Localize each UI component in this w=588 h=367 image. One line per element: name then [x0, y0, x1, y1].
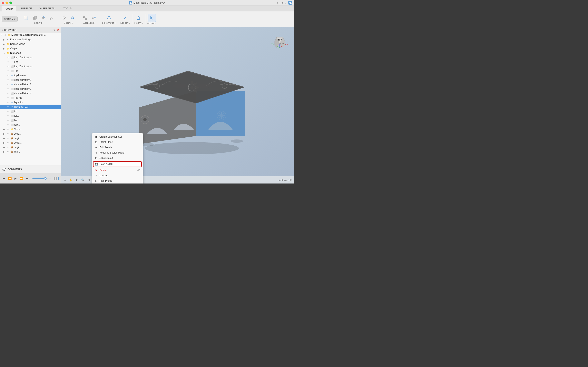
revolve-button[interactable]: [39, 14, 47, 22]
sidebar-collapse-btn[interactable]: ◀: [2, 29, 3, 31]
tree-leg2-body[interactable]: ▶ 👁 📦 Leg2:...: [0, 136, 61, 141]
tab-sheet-metal[interactable]: SHEET METAL: [35, 6, 60, 11]
tab-surface[interactable]: SURFACE: [17, 6, 35, 11]
tree-circ2[interactable]: 👁 ✏ circularPattern2: [0, 82, 61, 87]
minimize-button[interactable]: [6, 1, 8, 4]
tree-origin[interactable]: ▶ 📁 Origin: [0, 46, 61, 51]
tree-leg2contruction[interactable]: 👁 ⬜ Leg2Contruction: [0, 64, 61, 69]
tl-item-2: [56, 177, 57, 180]
timeline-track: [33, 178, 51, 179]
timeline-start-btn[interactable]: ⏮: [2, 176, 6, 181]
tabs-strip: SOLID SURFACE SHEET METAL TOOLS: [0, 6, 294, 11]
tree-toppattern[interactable]: 👁 ✏ topPattern: [0, 73, 61, 78]
ctx-look-at[interactable]: 👁 Look At: [92, 173, 143, 178]
ctx-redefine[interactable]: ◈ Redefine Sketch Plane: [92, 150, 143, 155]
add-window-button[interactable]: ＋: [276, 1, 279, 5]
sweep-button[interactable]: [48, 14, 56, 22]
insert-btn[interactable]: [135, 14, 143, 22]
timeline-panel: ⏮ ⏪ ▶ ⏩ ⏭: [0, 173, 61, 184]
fillet-button[interactable]: [60, 14, 68, 22]
new-sketch-button[interactable]: [22, 14, 30, 22]
ctx-redefine-label: Redefine Sketch Plane: [99, 151, 124, 154]
cons-eye: 👁: [6, 128, 9, 131]
home-btn[interactable]: ⌂: [63, 178, 67, 182]
ctx-offset-plane-label: Offset Plane: [99, 141, 113, 143]
tree-top-body[interactable]: ▶ 👁 📦 Top:1: [0, 150, 61, 154]
svg-rect-18: [137, 17, 140, 20]
tree-top2[interactable]: 👁 ⬜ top...: [0, 123, 61, 127]
ctx-delete[interactable]: ✕ Delete ⌫: [92, 167, 143, 173]
timeline-handle[interactable]: [44, 177, 47, 180]
tree-named-views[interactable]: ▶ 📁 Named Views: [0, 42, 61, 46]
inspect-btn[interactable]: [121, 14, 129, 22]
tree-cons[interactable]: ▶ 👁 📁 Cons...: [0, 127, 61, 132]
tree-ba[interactable]: 👁 ⬜ ba...: [0, 118, 61, 123]
root-play-btn[interactable]: ▶: [44, 34, 46, 36]
design-dropdown[interactable]: DESIGN ▾: [2, 17, 17, 22]
orbit-btn[interactable]: ↻: [74, 178, 79, 182]
tree-leg1-body[interactable]: ▶ 👁 📦 Leg1...: [0, 132, 61, 136]
navigation-cube[interactable]: X Y Z TOP FRONT: [269, 31, 290, 52]
ctx-save-dxf[interactable]: 💾 Save As DXF: [93, 161, 142, 167]
ba-label: ba...: [14, 119, 19, 122]
sidebar-options-btn[interactable]: ⚙: [53, 29, 56, 31]
rightleg-label: rightLeg_DXF: [14, 105, 29, 108]
help-button[interactable]: ?: [285, 1, 286, 4]
timeline-prev-btn[interactable]: ⏪: [7, 176, 12, 181]
timeline-end-btn[interactable]: ⏭: [25, 176, 30, 181]
tree-legsfits[interactable]: 👁 ✏ legs fits: [0, 100, 61, 105]
tree-fro[interactable]: 👁 ⬜ fro...: [0, 109, 61, 114]
extrude-button[interactable]: [30, 14, 39, 22]
circ1-label: circularPattern1: [14, 78, 31, 81]
separator-3: [79, 14, 79, 24]
assemble-group: ASSEMBLE ▾: [81, 14, 98, 24]
assemble-btn2[interactable]: [90, 14, 98, 22]
tree-leg4-body[interactable]: ▶ 👁 📦 Leg4:...: [0, 145, 61, 150]
tree-doc-settings[interactable]: ▶ ⚙ Document Settings: [0, 37, 61, 42]
tree-topfits[interactable]: 👁 ⬜ Top fits: [0, 96, 61, 100]
assemble-btn1[interactable]: [81, 14, 89, 22]
leg1c-label: Leg1Contruction: [14, 56, 32, 59]
tree-circ1[interactable]: 👁 ⬜ circularPattern1: [0, 78, 61, 82]
tree-circ4[interactable]: 👁 ⬜ circularPattern4: [0, 91, 61, 96]
ctx-hide-profile[interactable]: ◎ Hide Profile: [92, 178, 143, 184]
fit-btn[interactable]: ⊞: [86, 178, 91, 182]
ctx-slice[interactable]: ⊟ Slice Sketch: [92, 155, 143, 161]
pan-btn[interactable]: ✋: [68, 178, 73, 182]
fx-button[interactable]: fx: [69, 14, 77, 22]
tree-top[interactable]: 👁 ⬜ Top: [0, 69, 61, 73]
leg2c-icon: ⬜: [11, 65, 14, 68]
tree-root[interactable]: ▼ 👁 📁 Metal Table CNC Plasma v8 ▶: [0, 33, 61, 37]
zoom-btn[interactable]: 🔍: [80, 178, 86, 182]
timeline-items: [54, 177, 60, 180]
timeline-play-btn[interactable]: ▶: [14, 176, 17, 181]
tree-circ3[interactable]: 👁 ⬜ circularPattern3: [0, 87, 61, 91]
tree-leg1[interactable]: 👁 ✏ Leg1: [0, 60, 61, 64]
circ3-icon: ⬜: [11, 87, 14, 91]
construct-btn1[interactable]: [105, 14, 113, 22]
ctx-edit-sketch[interactable]: ✏ Edit Sketch: [92, 145, 143, 150]
ctx-offset-plane[interactable]: ◫ Offset Plane: [92, 140, 143, 145]
svg-point-6: [42, 17, 44, 19]
tree-rightleg-dxf[interactable]: 👁 ✏ rightLeg_DXF: [0, 105, 61, 109]
tree-leg3-body[interactable]: ▶ 👁 📦 Leg3:...: [0, 141, 61, 145]
cast-button[interactable]: ⊙: [281, 1, 283, 4]
select-btn[interactable]: [148, 14, 156, 22]
select-label: SELECT ▾: [147, 22, 156, 24]
maximize-button[interactable]: [9, 1, 12, 4]
viewport-label: rightLeg_DXF: [278, 179, 292, 181]
tree-leg1contruction[interactable]: 👁 ⬜ Leg1Contruction: [0, 55, 61, 60]
tree-sketches[interactable]: ▼ 📁 Sketches: [0, 51, 61, 55]
tree-left[interactable]: 👁 ⬜ left...: [0, 114, 61, 118]
ctx-create-selection[interactable]: ▣ Create Selection Set: [92, 134, 143, 140]
insert-row: [135, 14, 143, 22]
top2-eye: 👁: [7, 124, 10, 126]
close-button[interactable]: [2, 1, 4, 4]
tab-solid[interactable]: SOLID: [2, 6, 17, 11]
top-icon: ⬜: [11, 69, 14, 73]
timeline-next-btn[interactable]: ⏩: [19, 176, 24, 181]
titlebar: Metal Table CNC Plasma v8* ＋ ⊙ ? AE: [0, 0, 294, 6]
topfits-icon: ⬜: [11, 96, 14, 100]
tab-tools[interactable]: TOOLS: [60, 6, 75, 11]
sidebar-pin-btn[interactable]: 📌: [56, 29, 60, 31]
